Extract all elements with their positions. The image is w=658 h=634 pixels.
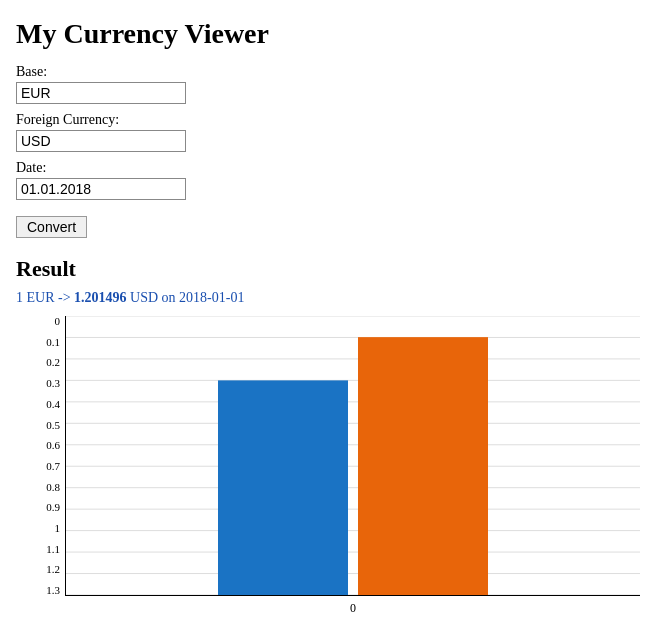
base-label: Base: <box>16 64 642 80</box>
y-axis-label: 0.4 <box>20 399 64 410</box>
y-axis-label: 0.3 <box>20 378 64 389</box>
x-axis-label: 0 <box>66 601 640 616</box>
chart-area <box>65 316 640 596</box>
base-input[interactable] <box>16 82 186 104</box>
y-axis-label: 1.1 <box>20 544 64 555</box>
y-axis-label: 0 <box>20 316 64 327</box>
foreign-label: Foreign Currency: <box>16 112 642 128</box>
bar-eur <box>218 380 348 595</box>
y-axis-label: 0.5 <box>20 420 64 431</box>
date-input[interactable] <box>16 178 186 200</box>
y-axis-label: 1 <box>20 523 64 534</box>
convert-button[interactable]: Convert <box>16 216 87 238</box>
y-axis-label: 0.6 <box>20 440 64 451</box>
result-rate: 1.201496 <box>74 290 127 305</box>
y-axis: 1.31.21.110.90.80.70.60.50.40.30.20.10 <box>20 316 64 596</box>
y-axis-label: 0.2 <box>20 357 64 368</box>
y-axis-label: 1.2 <box>20 564 64 575</box>
chart-container: 1.31.21.110.90.80.70.60.50.40.30.20.10 0 <box>20 316 640 626</box>
foreign-field-group: Foreign Currency: <box>16 112 642 152</box>
y-axis-label: 0.1 <box>20 337 64 348</box>
result-description: 1 EUR -> 1.201496 USD on 2018-01-01 <box>16 290 642 306</box>
page-title: My Currency Viewer <box>16 18 642 50</box>
x-label-0: 0 <box>350 601 356 616</box>
result-suffix: USD on 2018-01-01 <box>127 290 245 305</box>
foreign-input[interactable] <box>16 130 186 152</box>
result-title: Result <box>16 256 642 282</box>
bar-usd <box>358 337 488 595</box>
y-axis-label: 0.7 <box>20 461 64 472</box>
base-field-group: Base: <box>16 64 642 104</box>
date-field-group: Date: <box>16 160 642 200</box>
y-axis-label: 0.9 <box>20 502 64 513</box>
y-axis-label: 0.8 <box>20 482 64 493</box>
chart-svg <box>66 316 640 595</box>
y-axis-label: 1.3 <box>20 585 64 596</box>
date-label: Date: <box>16 160 642 176</box>
result-prefix: 1 EUR -> <box>16 290 74 305</box>
